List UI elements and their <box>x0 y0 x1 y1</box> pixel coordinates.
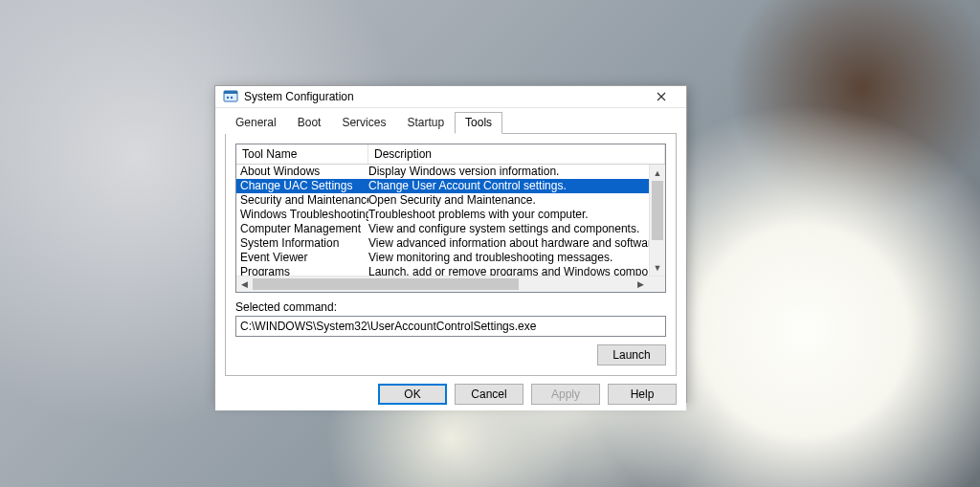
cell-tool-name: Computer Management <box>236 222 368 236</box>
horizontal-scrollbar[interactable]: ◀ ▶ <box>236 276 665 292</box>
tab-startup[interactable]: Startup <box>396 112 455 134</box>
scroll-down-arrow-icon[interactable]: ▼ <box>650 259 665 276</box>
vertical-scroll-thumb[interactable] <box>652 181 663 240</box>
help-button[interactable]: Help <box>608 384 677 405</box>
tab-panel-tools: Tool Name Description About WindowsDispl… <box>225 134 677 376</box>
cell-description: Display Windows version information. <box>368 165 649 179</box>
svg-point-2 <box>227 97 229 99</box>
scroll-left-arrow-icon[interactable]: ◀ <box>236 277 253 292</box>
listview-header: Tool Name Description <box>236 144 665 165</box>
window-title: System Configuration <box>244 90 642 103</box>
client-area: General Boot Services Startup Tools Tool… <box>215 108 686 384</box>
table-row[interactable]: Computer ManagementView and configure sy… <box>236 222 649 236</box>
scroll-up-arrow-icon[interactable]: ▲ <box>650 165 665 181</box>
vertical-scrollbar[interactable]: ▲ ▼ <box>649 165 665 276</box>
tab-tools[interactable]: Tools <box>455 112 502 134</box>
app-icon <box>223 89 238 104</box>
titlebar[interactable]: System Configuration <box>215 86 686 108</box>
cell-tool-name: Change UAC Settings <box>236 179 368 193</box>
horizontal-scroll-thumb[interactable] <box>253 278 519 290</box>
selected-command-section: Selected command: <box>235 300 666 337</box>
table-row[interactable]: Event ViewerView monitoring and troubles… <box>236 251 649 265</box>
table-row[interactable]: Windows TroubleshootingTroubleshoot prob… <box>236 208 649 222</box>
tab-boot[interactable]: Boot <box>287 112 332 134</box>
cell-description: View and configure system settings and c… <box>368 222 649 236</box>
svg-rect-1 <box>224 91 237 94</box>
cell-tool-name: About Windows <box>236 165 368 179</box>
table-row[interactable]: System InformationView advanced informat… <box>236 236 649 251</box>
cell-tool-name: Security and Maintenance <box>236 193 368 208</box>
system-configuration-dialog: System Configuration General Boot Servic… <box>214 85 687 403</box>
cell-description: Open Security and Maintenance. <box>368 193 649 208</box>
cell-description: Launch, add or remove programs and Windo… <box>368 265 649 276</box>
cell-description: Change User Account Control settings. <box>368 179 649 193</box>
cell-tool-name: Programs <box>236 265 368 276</box>
svg-point-3 <box>231 97 233 99</box>
ok-button[interactable]: OK <box>378 384 447 405</box>
selected-command-field[interactable] <box>235 316 666 337</box>
horizontal-scroll-track[interactable] <box>253 277 633 292</box>
cell-description: Troubleshoot problems with your computer… <box>368 208 649 222</box>
table-row[interactable]: Security and MaintenanceOpen Security an… <box>236 193 649 208</box>
column-header-tool-name[interactable]: Tool Name <box>236 144 368 164</box>
launch-button[interactable]: Launch <box>597 344 666 365</box>
cancel-button[interactable]: Cancel <box>455 384 523 405</box>
tab-services[interactable]: Services <box>331 112 396 134</box>
tools-listview: Tool Name Description About WindowsDispl… <box>235 144 666 293</box>
cell-tool-name: Windows Troubleshooting <box>236 208 368 222</box>
scrollbar-corner <box>649 277 665 292</box>
listview-rows[interactable]: About WindowsDisplay Windows version inf… <box>236 165 649 276</box>
cell-tool-name: System Information <box>236 236 368 251</box>
selected-command-label: Selected command: <box>235 300 666 314</box>
cell-description: View monitoring and troubleshooting mess… <box>368 251 649 265</box>
cell-description: View advanced information about hardware… <box>368 236 649 251</box>
table-row[interactable]: ProgramsLaunch, add or remove programs a… <box>236 265 649 276</box>
table-row[interactable]: Change UAC SettingsChange User Account C… <box>236 179 649 193</box>
apply-button[interactable]: Apply <box>531 384 600 405</box>
tab-general[interactable]: General <box>225 112 287 134</box>
close-button[interactable] <box>642 86 680 107</box>
dialog-button-row: OK Cancel Apply Help <box>215 384 686 410</box>
cell-tool-name: Event Viewer <box>236 251 368 265</box>
table-row[interactable]: About WindowsDisplay Windows version inf… <box>236 165 649 179</box>
scroll-right-arrow-icon[interactable]: ▶ <box>633 277 649 292</box>
column-header-description[interactable]: Description <box>368 144 665 164</box>
tab-strip: General Boot Services Startup Tools <box>225 112 677 134</box>
